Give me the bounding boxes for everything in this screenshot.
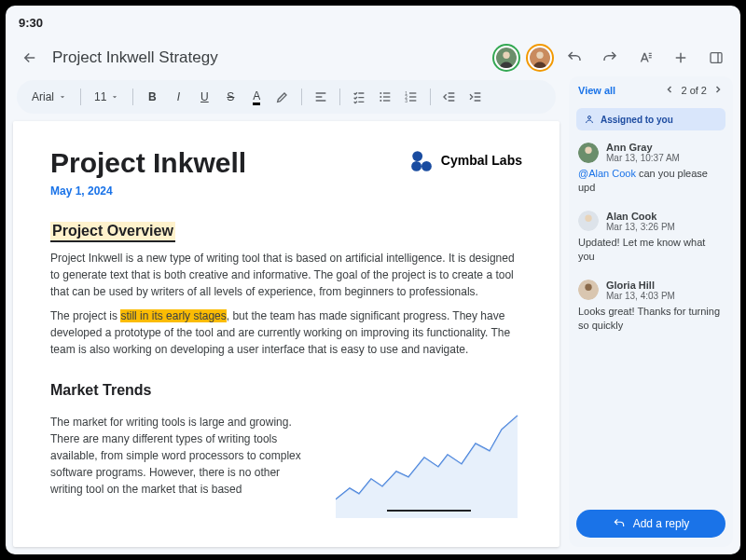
- undo-button[interactable]: [561, 45, 587, 71]
- reply-icon: [613, 517, 626, 530]
- format-toolbar: Arial 11 B I U S A 123: [17, 80, 556, 114]
- svg-point-1: [503, 52, 509, 59]
- avatar-icon: [578, 143, 599, 163]
- svg-point-24: [588, 116, 591, 119]
- align-button[interactable]: [310, 86, 332, 108]
- trend-chart: [336, 406, 522, 518]
- heading-trends: Market Trends: [50, 382, 522, 399]
- svg-point-22: [421, 161, 432, 171]
- svg-rect-6: [649, 57, 652, 58]
- svg-text:3: 3: [406, 99, 408, 103]
- collaborator-avatar-1[interactable]: [494, 46, 518, 70]
- svg-rect-13: [383, 100, 390, 101]
- font-format-button[interactable]: [632, 45, 658, 71]
- font-size-select[interactable]: 11: [89, 86, 125, 108]
- brand-name: Cymbal Labs: [441, 154, 522, 168]
- svg-rect-5: [649, 55, 652, 56]
- brand-mark-icon: [409, 149, 434, 173]
- pager-prev-icon[interactable]: [664, 84, 675, 97]
- italic-button[interactable]: I: [167, 86, 189, 108]
- svg-rect-9: [383, 92, 390, 93]
- comment-1[interactable]: Ann GrayMar 13, 10:37 AM @Alan Cook can …: [569, 134, 733, 203]
- para-overview-2: The project is still in its early stages…: [50, 307, 522, 358]
- highlight-button[interactable]: [271, 86, 294, 108]
- status-bar: 9:30: [6, 6, 740, 39]
- collaborator-avatar-2[interactable]: [528, 46, 552, 70]
- highlighted-text: still in its early stages: [120, 309, 226, 322]
- font-select[interactable]: Arial: [26, 86, 73, 108]
- svg-point-30: [585, 284, 591, 291]
- svg-rect-15: [409, 92, 416, 93]
- svg-rect-19: [409, 100, 416, 101]
- bold-button[interactable]: B: [141, 86, 163, 108]
- checklist-button[interactable]: [348, 86, 370, 108]
- indent-decrease-button[interactable]: [438, 86, 461, 108]
- numbered-list-button[interactable]: 123: [400, 86, 422, 108]
- assigned-badge: Assigned to you: [576, 108, 725, 130]
- svg-point-26: [585, 146, 591, 153]
- add-reply-button[interactable]: Add a reply: [576, 510, 725, 538]
- svg-point-8: [380, 92, 382, 94]
- redo-button[interactable]: [597, 45, 623, 71]
- svg-rect-17: [409, 96, 416, 97]
- text-color-button[interactable]: A: [245, 86, 268, 108]
- para-trends: The market for writing tools is large an…: [50, 414, 313, 518]
- pager-next-icon[interactable]: [712, 84, 724, 97]
- person-icon: [584, 114, 595, 125]
- comment-2[interactable]: Alan CookMar 13, 3:26 PM Updated! Let me…: [569, 203, 733, 272]
- svg-point-3: [536, 52, 543, 59]
- strikethrough-button[interactable]: S: [219, 86, 242, 108]
- pager-label: 2 of 2: [681, 85, 707, 96]
- underline-button[interactable]: U: [193, 86, 215, 108]
- para-overview-1: Project Inkwell is a new type of writing…: [50, 250, 522, 300]
- document-name[interactable]: Project Inkwell Strategy: [52, 48, 218, 67]
- svg-point-10: [380, 96, 382, 98]
- status-time: 9:30: [19, 16, 43, 30]
- panel-toggle-button[interactable]: [703, 45, 729, 71]
- svg-rect-4: [649, 53, 652, 54]
- doc-date: May 1, 2024: [50, 184, 522, 198]
- view-all-link[interactable]: View all: [578, 85, 615, 96]
- heading-overview: Project Overview: [50, 222, 175, 242]
- back-button[interactable]: [17, 45, 43, 71]
- svg-point-12: [380, 100, 382, 102]
- svg-point-28: [585, 215, 591, 222]
- avatar-icon: [578, 211, 599, 231]
- svg-rect-7: [711, 53, 722, 63]
- svg-point-21: [411, 161, 421, 171]
- add-button[interactable]: [668, 45, 694, 71]
- avatar-icon: [578, 280, 599, 300]
- indent-increase-button[interactable]: [464, 86, 487, 108]
- brand-logo: Cymbal Labs: [409, 149, 522, 173]
- svg-rect-11: [383, 96, 390, 97]
- comment-3[interactable]: Gloria HillMar 13, 4:03 PM Looks great! …: [569, 272, 733, 341]
- title-bar: Project Inkwell Strategy: [6, 39, 740, 76]
- bulleted-list-button[interactable]: [374, 86, 396, 108]
- mention[interactable]: @Alan Cook: [578, 168, 636, 179]
- comment-panel: View all 2 of 2 Assigned to you Ann Gray…: [569, 76, 733, 547]
- document-page[interactable]: Cymbal Labs Project Inkwell May 1, 2024 …: [13, 121, 560, 547]
- svg-point-20: [412, 151, 422, 161]
